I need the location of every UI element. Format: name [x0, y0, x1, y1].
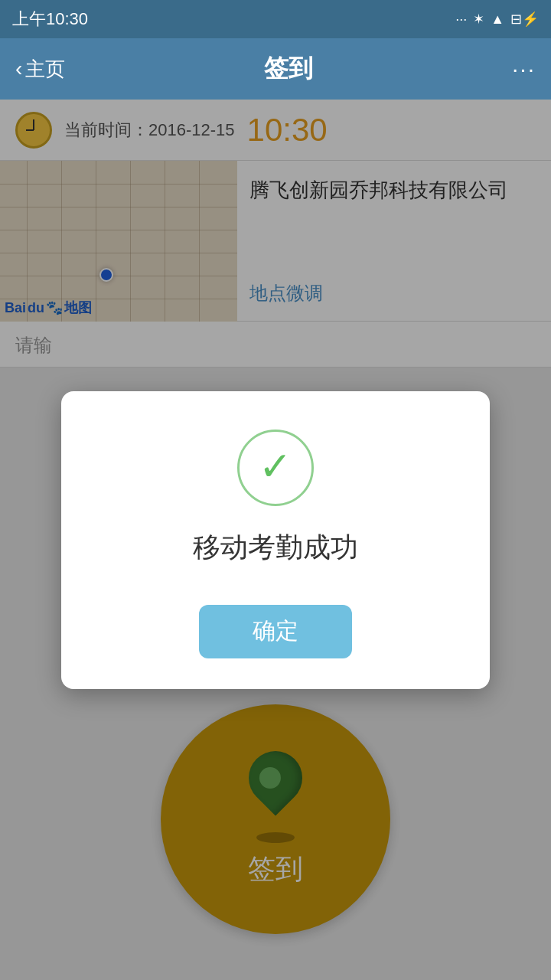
- battery-icon: ⊟⚡: [510, 11, 539, 28]
- more-button[interactable]: ···: [512, 56, 536, 82]
- bluetooth-icon: ✶: [473, 11, 484, 28]
- status-time: 上午10:30: [12, 8, 88, 31]
- success-dialog: ✓ 移动考勤成功 确定: [61, 391, 490, 689]
- success-circle: ✓: [237, 430, 314, 506]
- status-icons: ··· ✶ ▲ ⊟⚡: [455, 11, 539, 28]
- main-content: 当前时间：2016-12-15 10:30: [0, 100, 551, 980]
- back-label: 主页: [25, 56, 65, 83]
- wifi-icon: ▲: [491, 11, 504, 28]
- success-message: 移动考勤成功: [193, 529, 358, 567]
- signal-icon: ···: [455, 11, 467, 28]
- back-chevron-icon: ‹: [15, 57, 22, 81]
- confirm-button[interactable]: 确定: [199, 605, 352, 658]
- status-bar: 上午10:30 ··· ✶ ▲ ⊟⚡: [0, 0, 551, 38]
- page-title: 签到: [264, 52, 313, 86]
- modal-overlay: ✓ 移动考勤成功 确定: [0, 100, 551, 980]
- checkmark-icon: ✓: [259, 446, 292, 486]
- back-button[interactable]: ‹ 主页: [15, 56, 65, 83]
- nav-bar: ‹ 主页 签到 ···: [0, 38, 551, 100]
